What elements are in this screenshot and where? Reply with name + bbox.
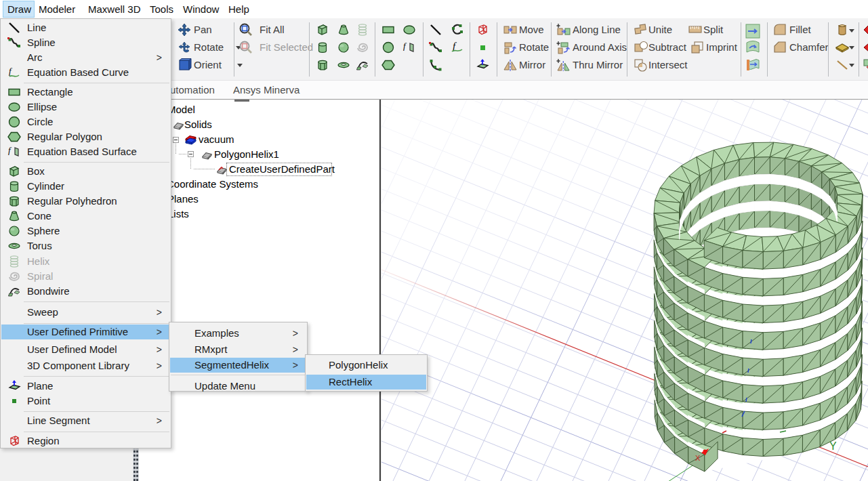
svg-text:f: f: [8, 145, 12, 155]
svg-text:Y: Y: [829, 440, 837, 452]
svg-text:f: f: [453, 41, 457, 51]
svg-text:f: f: [9, 66, 13, 76]
svg-text:X: X: [695, 454, 701, 462]
svg-text:f: f: [403, 41, 407, 51]
